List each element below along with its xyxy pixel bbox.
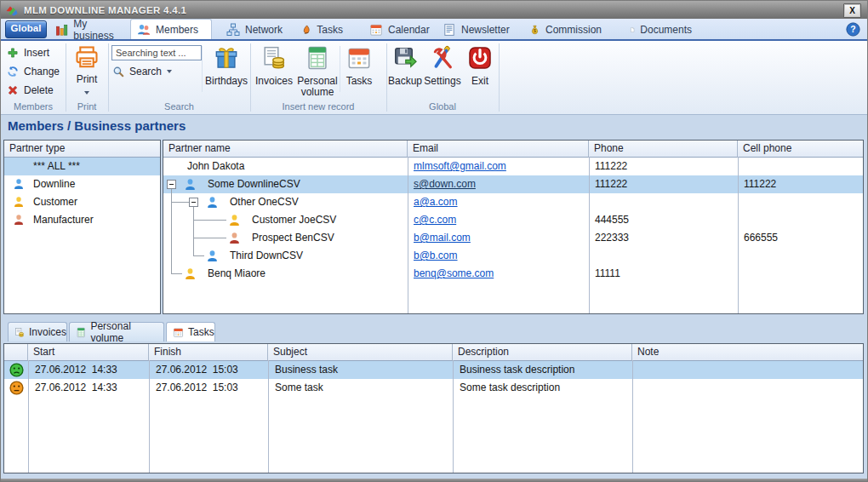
- tab-newsletter[interactable]: Newsletter: [437, 20, 510, 39]
- app-window: MLM DOWNLINE MANAGER 4.4.1 X Global My b…: [0, 0, 868, 482]
- delete-icon: [7, 84, 19, 96]
- phone-cell: 11111: [595, 265, 620, 283]
- tasks-button[interactable]: Tasks: [340, 43, 378, 87]
- tab-label: Calendar: [388, 24, 430, 36]
- tab-network[interactable]: Network: [220, 20, 285, 39]
- person-red-icon: [13, 214, 25, 226]
- print-button[interactable]: Print: [68, 43, 106, 97]
- tab-documents[interactable]: Documents: [624, 20, 692, 39]
- bottom-tab-personal-volume[interactable]: Personal volume: [69, 322, 164, 341]
- table-row[interactable]: John Dakotamlmsoft@gmail.com111222: [163, 158, 863, 175]
- tab-members[interactable]: Members: [130, 19, 212, 39]
- table-row[interactable]: Third DownCSVb@b.com: [163, 247, 863, 265]
- email-link[interactable]: s@down.com: [414, 178, 476, 190]
- partner-type-label: Manufacturer: [33, 211, 94, 229]
- magnifier-icon: [112, 66, 124, 77]
- column-header-description[interactable]: Description: [453, 344, 632, 361]
- task-description-cell: Some task description: [460, 379, 560, 397]
- partner-type-item[interactable]: Manufacturer: [4, 211, 160, 229]
- email-link[interactable]: a@a.com: [414, 196, 458, 208]
- plus-icon: [7, 47, 19, 59]
- tab-label: My business: [73, 18, 128, 42]
- bottom-tab-tasks[interactable]: Tasks: [166, 322, 215, 341]
- invoices-button[interactable]: Invoices: [252, 43, 296, 87]
- person-yellow-icon: [184, 267, 197, 280]
- partner-type-header[interactable]: Partner type: [4, 141, 160, 158]
- insert-button[interactable]: Insert: [7, 45, 49, 60]
- delete-button[interactable]: Delete: [7, 83, 54, 98]
- search-button[interactable]: Search: [112, 64, 172, 79]
- settings-button[interactable]: Settings: [423, 43, 462, 87]
- exit-button[interactable]: Exit: [464, 43, 496, 87]
- column-header-subject[interactable]: Subject: [268, 344, 453, 361]
- table-row[interactable]: Customer JoeCSVc@c.com444555: [163, 211, 863, 229]
- personal-volume-button[interactable]: Personal volume: [297, 43, 338, 98]
- column-header-partner-name[interactable]: Partner name: [163, 141, 408, 158]
- table-row[interactable]: Some DownlineCSVs@down.com111222111222: [163, 175, 863, 193]
- birthdays-button[interactable]: Birthdays: [203, 43, 249, 87]
- search-dropdown-arrow-icon: [167, 70, 172, 73]
- email-link[interactable]: c@c.com: [414, 214, 456, 226]
- partner-type-item[interactable]: *** ALL ***: [4, 158, 160, 175]
- table-row[interactable]: Other OneCSVa@a.com: [163, 193, 863, 211]
- tree-line: [171, 211, 172, 229]
- column-header-status[interactable]: [4, 344, 28, 361]
- smiley-green-icon: [9, 363, 24, 377]
- email-link[interactable]: mlmsoft@gmail.com: [414, 160, 506, 172]
- phone-cell: 222333: [595, 229, 629, 247]
- search-label: Search: [129, 66, 162, 77]
- column-header-cell-phone[interactable]: Cell phone: [738, 141, 863, 158]
- task-finish-cell: 27.06.2012 15:03: [156, 379, 238, 397]
- partner-name-cell: Prospect BenCSV: [252, 229, 334, 247]
- column-header-note[interactable]: Note: [632, 344, 863, 361]
- bottom-tab-label: Personal volume: [90, 320, 163, 344]
- newsletter-icon: [443, 23, 456, 37]
- tree-line: [194, 238, 226, 238]
- table-row[interactable]: Benq Miaorebenq@some.com11111: [163, 265, 863, 283]
- tab-label: Tasks: [317, 24, 343, 36]
- table-row[interactable]: Prospect BenCSVb@mail.com222333666555: [163, 229, 863, 247]
- email-link[interactable]: b@mail.com: [414, 232, 471, 244]
- task-finish-cell: 27.06.2012 15:03: [156, 361, 238, 379]
- bottom-tab-invoices[interactable]: Invoices: [8, 322, 67, 341]
- invoices-label: Invoices: [252, 76, 296, 87]
- title-bar: MLM DOWNLINE MANAGER 4.4.1 X: [1, 1, 867, 19]
- tree-expander[interactable]: [189, 198, 198, 207]
- partner-type-label: *** ALL ***: [33, 158, 80, 175]
- partner-type-item[interactable]: Downline: [4, 175, 160, 193]
- column-header-email[interactable]: Email: [408, 141, 589, 158]
- tab-commission[interactable]: $Commission: [523, 20, 602, 39]
- help-button[interactable]: ?: [846, 22, 860, 37]
- print-group-label: Print: [66, 101, 108, 112]
- tab-calendar[interactable]: Calendar: [363, 20, 430, 39]
- tab-label: Members: [156, 24, 198, 36]
- global-menu-button[interactable]: Global: [5, 20, 47, 38]
- spreadsheet-icon: [305, 45, 330, 71]
- tree-expander[interactable]: [167, 180, 176, 189]
- table-row[interactable]: 27.06.2012 14:3327.06.2012 15:03Some tas…: [4, 379, 863, 397]
- network-icon: [226, 23, 240, 37]
- column-header-phone[interactable]: Phone: [589, 141, 738, 158]
- partner-name-cell: John Dakota: [187, 158, 244, 175]
- backup-button[interactable]: Backup: [385, 43, 425, 87]
- tab-label: Newsletter: [461, 24, 510, 36]
- personal-volume-label: Personal volume: [297, 76, 338, 98]
- partner-type-item[interactable]: Customer: [4, 193, 160, 211]
- column-header-finish[interactable]: Finish: [149, 344, 268, 361]
- partner-name-cell: Some DownlineCSV: [208, 175, 300, 193]
- close-button[interactable]: X: [843, 3, 861, 18]
- change-button[interactable]: Change: [7, 64, 60, 79]
- table-row[interactable]: 27.06.2012 14:3327.06.2012 15:03Business…: [4, 361, 863, 379]
- task-icon: [301, 23, 311, 37]
- backup-icon: [392, 45, 418, 71]
- search-input[interactable]: [111, 45, 202, 60]
- tab-tasks[interactable]: Tasks: [295, 20, 343, 39]
- column-header-start[interactable]: Start: [28, 344, 149, 361]
- tab-my-business[interactable]: My business: [49, 20, 128, 39]
- email-link[interactable]: b@b.com: [414, 250, 458, 261]
- email-cell: s@down.com: [414, 175, 476, 193]
- person-blue-icon: [206, 196, 219, 209]
- partner-name-cell: Benq Miaore: [208, 265, 266, 283]
- email-link[interactable]: benq@some.com: [414, 267, 494, 279]
- task-subject-cell: Some task: [275, 379, 323, 397]
